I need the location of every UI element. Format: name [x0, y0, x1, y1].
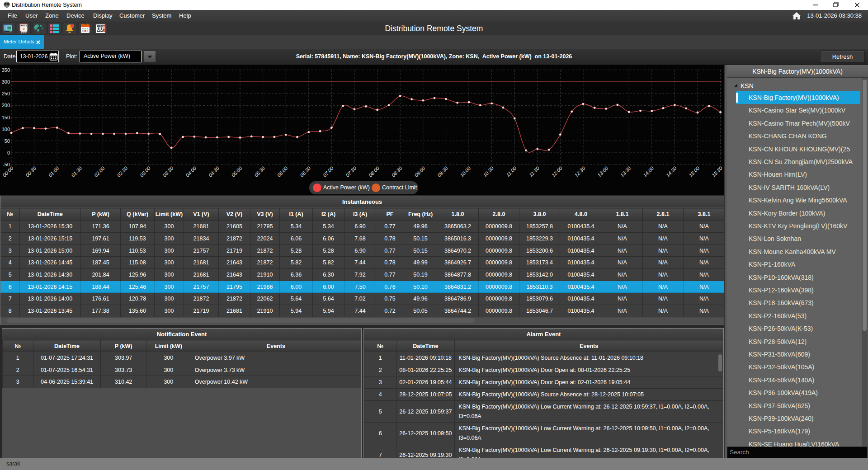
- svg-text:12:30: 12:30: [573, 165, 586, 178]
- svg-text:04:00: 04:00: [184, 165, 198, 178]
- svg-text:01:00: 01:00: [47, 165, 61, 178]
- svg-text:250: 250: [2, 91, 10, 96]
- svg-text:14:30: 14:30: [665, 165, 678, 178]
- svg-text:0: 0: [7, 150, 10, 155]
- svg-text:10:30: 10:30: [482, 165, 495, 178]
- svg-text:50: 50: [5, 138, 10, 144]
- svg-text:00:30: 00:30: [24, 165, 38, 178]
- svg-text:02:00: 02:00: [93, 165, 106, 178]
- svg-text:200: 200: [2, 103, 10, 108]
- svg-text:01:30: 01:30: [70, 165, 83, 178]
- svg-text:15:00: 15:00: [688, 165, 701, 178]
- svg-text:300: 300: [2, 79, 10, 85]
- svg-text:15:30: 15:30: [711, 165, 724, 178]
- svg-text:02:30: 02:30: [116, 165, 129, 178]
- svg-text:08:30: 08:30: [391, 165, 404, 178]
- svg-text:13:30: 13:30: [619, 165, 632, 178]
- svg-text:11:00: 11:00: [505, 165, 518, 178]
- svg-text:10:00: 10:00: [459, 165, 472, 178]
- svg-text:09:30: 09:30: [436, 165, 449, 178]
- svg-text:03:00: 03:00: [139, 165, 152, 178]
- svg-text:03:30: 03:30: [162, 165, 175, 178]
- svg-text:150: 150: [2, 115, 10, 120]
- svg-text:09:00: 09:00: [413, 165, 426, 178]
- svg-text:06:30: 06:30: [299, 165, 312, 178]
- svg-text:11:30: 11:30: [528, 165, 541, 178]
- svg-text:05:30: 05:30: [253, 165, 266, 178]
- svg-text:13:00: 13:00: [596, 165, 609, 178]
- svg-text:06:00: 06:00: [276, 165, 289, 178]
- svg-text:08:00: 08:00: [368, 165, 381, 178]
- svg-text:12:00: 12:00: [551, 165, 564, 178]
- svg-text:100: 100: [2, 127, 10, 132]
- svg-text:04:30: 04:30: [208, 165, 221, 178]
- svg-text:350: 350: [2, 67, 10, 73]
- svg-text:07:30: 07:30: [344, 165, 358, 178]
- svg-text:07:00: 07:00: [322, 165, 335, 178]
- svg-text:14:00: 14:00: [642, 165, 655, 178]
- svg-text:05:00: 05:00: [230, 165, 243, 178]
